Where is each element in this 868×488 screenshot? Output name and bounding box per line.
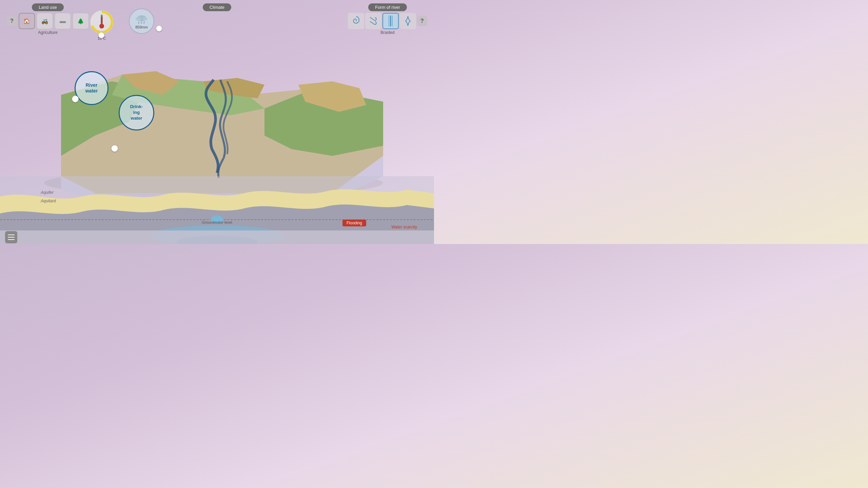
- river-water-dot: [72, 96, 79, 102]
- flooding-badge[interactable]: Flooding: [342, 220, 366, 226]
- rain-icon: [135, 14, 149, 24]
- menu-line-3: [8, 239, 15, 240]
- climate-label: Climate: [203, 3, 231, 11]
- menu-line-1: [8, 235, 15, 235]
- climate-panel: Climate: [203, 3, 231, 13]
- land-use-field-btn[interactable]: ▬: [55, 13, 71, 29]
- menu-button[interactable]: [5, 231, 17, 243]
- land-use-icons: ? 🏠 🚜 ▬ 🌲: [7, 13, 89, 29]
- river-water-label: River water: [85, 82, 98, 94]
- form-braided-btn[interactable]: [382, 13, 399, 29]
- land-use-label: Land use: [32, 3, 64, 11]
- svg-line-8: [138, 22, 139, 24]
- aquifer-label: Aquifer: [41, 190, 54, 195]
- groundwater-level-label: Groundwater level: [202, 220, 232, 224]
- form-spiral-btn[interactable]: [348, 13, 364, 29]
- land-use-help-button[interactable]: ?: [7, 16, 17, 26]
- drinking-water-label: Drink-ingwater: [130, 104, 143, 121]
- menu-line-2: [8, 237, 15, 238]
- svg-point-6: [136, 17, 141, 21]
- water-scarcity-label: Water scarcity: [391, 225, 417, 229]
- land-use-tractor-btn[interactable]: 🚜: [37, 13, 53, 29]
- form-anastomosing-btn[interactable]: [400, 13, 416, 29]
- svg-rect-4: [101, 17, 102, 24]
- drinking-water-bubble[interactable]: Drink-ingwater: [119, 95, 154, 130]
- form-meandering-btn[interactable]: [365, 13, 381, 29]
- bottom-bar: [0, 230, 434, 244]
- land-use-house-btn[interactable]: 🏠: [19, 13, 35, 29]
- river-water-bubble[interactable]: River water: [75, 71, 108, 105]
- form-river-label: Form of river: [368, 3, 407, 11]
- svg-point-7: [143, 17, 147, 21]
- svg-line-9: [141, 22, 142, 24]
- drinking-water-dot: [111, 145, 118, 152]
- form-river-help-button[interactable]: ?: [417, 16, 427, 26]
- svg-line-10: [144, 22, 144, 24]
- form-river-icons: ?: [348, 13, 427, 29]
- aquitard-label: Aquitard: [41, 199, 56, 203]
- land-use-forest-btn[interactable]: 🌲: [73, 13, 89, 29]
